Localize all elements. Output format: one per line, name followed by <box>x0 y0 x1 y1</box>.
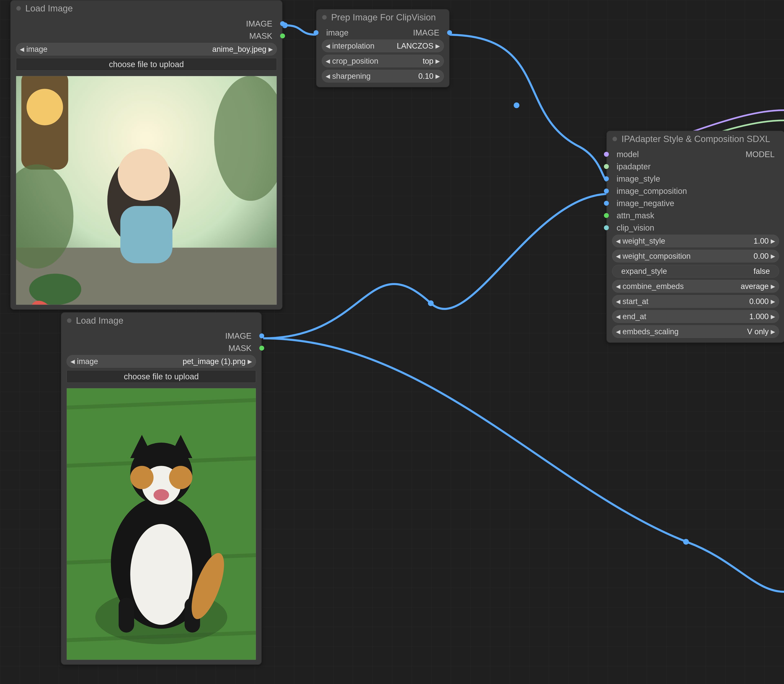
arrow-right-icon: ▶ <box>248 358 252 365</box>
pin-image-negative-in[interactable] <box>604 201 609 206</box>
svg-point-25 <box>169 466 192 489</box>
param-end-at[interactable]: ◀end_at 1.000▶ <box>612 310 779 323</box>
pin-ipadapter-in[interactable] <box>604 164 609 169</box>
arrow-right-icon: ▶ <box>771 238 775 244</box>
pin-image-out[interactable] <box>280 21 285 26</box>
collapse-icon[interactable] <box>322 15 327 19</box>
arrow-left-icon: ◀ <box>616 283 621 290</box>
node-load-image-1[interactable]: Load Image IMAGE MASK ◀image anime_boy.j… <box>10 0 283 310</box>
collapse-icon[interactable] <box>16 6 21 11</box>
choose-file-button[interactable]: choose file to upload <box>66 370 256 383</box>
node-ipadapter-style-composition[interactable]: IPAdapter Style & Composition SDXL model… <box>606 131 784 343</box>
param-expand-style[interactable]: expand_style false <box>612 265 779 277</box>
input-image-negative[interactable]: image_negative <box>607 197 784 210</box>
svg-point-24 <box>130 466 154 489</box>
svg-rect-27 <box>119 598 134 632</box>
param-weight-style[interactable]: ◀weight_style 1.00▶ <box>612 235 779 247</box>
output-mask[interactable]: MASK <box>11 30 282 42</box>
collapse-icon[interactable] <box>613 137 617 141</box>
param-sharpening[interactable]: ◀sharpening 0.10▶ <box>322 70 444 82</box>
arrow-right-icon: ▶ <box>268 46 273 53</box>
arrow-right-icon: ▶ <box>771 313 775 320</box>
arrow-right-icon: ▶ <box>435 58 440 65</box>
arrow-left-icon: ◀ <box>20 46 24 53</box>
svg-point-26 <box>154 489 169 501</box>
node-header[interactable]: Load Image <box>11 0 282 16</box>
svg-point-7 <box>27 89 63 125</box>
output-mask[interactable]: MASK <box>61 342 261 354</box>
param-interpolation[interactable]: ◀interpolation LANCZOS▶ <box>322 40 444 52</box>
arrow-right-icon: ▶ <box>771 328 775 335</box>
input-attn-mask[interactable]: attn_mask <box>607 210 784 222</box>
arrow-left-icon: ◀ <box>70 358 75 365</box>
param-combine-embeds[interactable]: ◀combine_embeds average▶ <box>612 280 779 293</box>
input-image-style[interactable]: image_style <box>607 173 784 185</box>
pin-image-style-in[interactable] <box>604 176 609 181</box>
node-title: Load Image <box>25 3 73 13</box>
node-title: IPAdapter Style & Composition SDXL <box>621 134 770 144</box>
param-crop-position[interactable]: ◀crop_position top▶ <box>322 55 444 67</box>
output-image[interactable]: IMAGE <box>61 330 261 342</box>
node-header[interactable]: Load Image <box>61 313 261 329</box>
svg-point-21 <box>130 524 192 625</box>
arrow-right-icon: ▶ <box>771 253 775 260</box>
pin-image-in[interactable] <box>314 30 318 35</box>
param-start-at[interactable]: ◀start_at 0.000▶ <box>612 295 779 308</box>
node-load-image-2[interactable]: Load Image IMAGE MASK ◀image pet_image (… <box>61 312 262 665</box>
pin-model-in[interactable] <box>604 152 609 157</box>
node-title: Prep Image For ClipVision <box>331 12 436 23</box>
pin-mask-out[interactable] <box>259 346 264 350</box>
arrow-left-icon: ◀ <box>326 73 330 79</box>
output-image[interactable]: IMAGE <box>11 18 282 30</box>
pin-image-composition-in[interactable] <box>604 189 609 194</box>
svg-point-2 <box>428 300 434 306</box>
svg-point-1 <box>514 102 519 108</box>
node-header[interactable]: Prep Image For ClipVision <box>317 10 449 25</box>
arrow-left-icon: ◀ <box>326 43 330 49</box>
arrow-right-icon: ▶ <box>435 43 440 49</box>
svg-rect-9 <box>120 206 172 263</box>
choose-file-button[interactable]: choose file to upload <box>16 58 277 71</box>
svg-point-11 <box>29 274 81 305</box>
arrow-right-icon: ▶ <box>771 298 775 305</box>
input-ipadapter[interactable]: ipadapter <box>607 160 784 173</box>
input-clip-vision[interactable]: clip_vision <box>607 222 784 234</box>
arrow-left-icon: ◀ <box>326 58 330 65</box>
arrow-left-icon: ◀ <box>616 238 621 244</box>
arrow-right-icon: ▶ <box>435 73 440 79</box>
param-weight-composition[interactable]: ◀weight_composition 0.00▶ <box>612 250 779 263</box>
io-model[interactable]: model MODEL <box>607 148 784 160</box>
arrow-left-icon: ◀ <box>616 298 621 305</box>
image-preview[interactable] <box>16 76 277 305</box>
node-title: Load Image <box>76 316 123 326</box>
pin-attn-mask-in[interactable] <box>604 213 609 218</box>
node-prep-clipvision[interactable]: Prep Image For ClipVision image IMAGE ◀i… <box>316 9 449 87</box>
image-preview[interactable] <box>66 388 256 660</box>
arrow-left-icon: ◀ <box>616 328 621 335</box>
param-embeds-scaling[interactable]: ◀embeds_scaling V only▶ <box>612 325 779 338</box>
node-graph-canvas[interactable]: { "nodes": { "load1": { "title": "Load I… <box>0 0 784 684</box>
arrow-right-icon: ▶ <box>771 283 775 290</box>
node-header[interactable]: IPAdapter Style & Composition SDXL <box>607 131 784 147</box>
pin-mask-out[interactable] <box>280 34 285 39</box>
param-image-file[interactable]: ◀image pet_image (1).png▶ <box>66 355 256 368</box>
io-image[interactable]: image IMAGE <box>317 26 449 39</box>
pin-image-out[interactable] <box>259 334 264 338</box>
pin-image-out[interactable] <box>447 30 452 35</box>
arrow-left-icon: ◀ <box>616 253 621 260</box>
svg-point-3 <box>683 539 689 545</box>
arrow-left-icon: ◀ <box>616 313 621 320</box>
param-image-file[interactable]: ◀image anime_boy.jpeg▶ <box>16 43 277 55</box>
pin-clip-vision-in[interactable] <box>604 225 609 230</box>
input-image-composition[interactable]: image_composition <box>607 185 784 197</box>
collapse-icon[interactable] <box>67 318 71 323</box>
svg-point-10 <box>118 149 170 201</box>
